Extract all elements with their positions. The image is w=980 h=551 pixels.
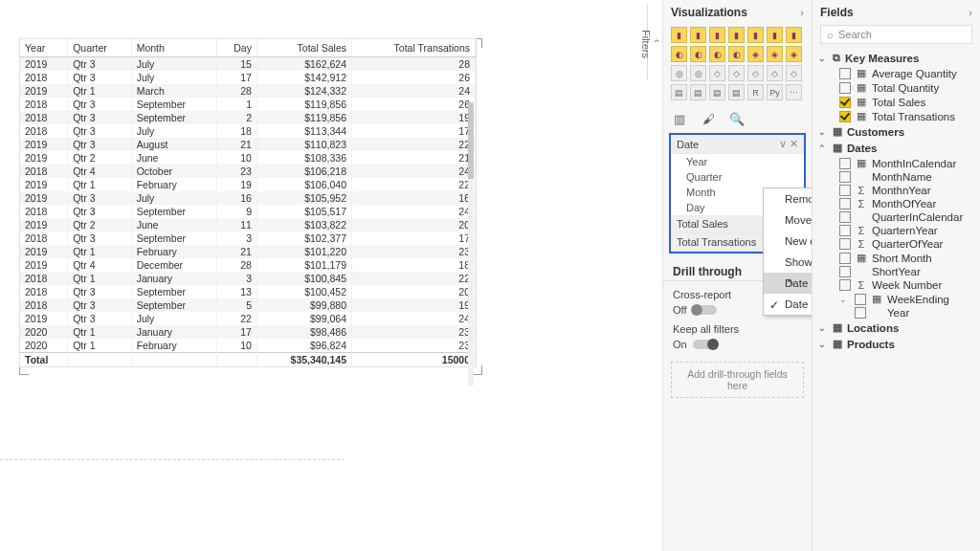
table-row[interactable]: 2018Qtr 3September9$105,51724	[20, 205, 476, 218]
viz-type-button[interactable]: ▮	[690, 27, 706, 43]
column-header[interactable]: Month	[131, 39, 216, 57]
checkbox[interactable]	[855, 307, 866, 319]
viz-type-button[interactable]: ◇	[709, 65, 725, 81]
table-dates[interactable]: ⌃▦Dates	[818, 140, 974, 156]
field-dropdown-icon[interactable]: ∨ ✕	[779, 138, 798, 150]
menu-date[interactable]: Date↖	[764, 273, 812, 294]
field-item[interactable]: ▦Total Quantity	[818, 80, 974, 95]
checkbox[interactable]	[839, 111, 851, 122]
scrollbar-thumb[interactable]	[468, 102, 474, 179]
field-item[interactable]: ▦Total Transations	[818, 109, 974, 123]
menu-remove-field[interactable]: Remove field	[764, 188, 812, 209]
table-products[interactable]: ⌄▦Products	[818, 336, 974, 352]
checkbox[interactable]	[839, 158, 851, 169]
viz-type-button[interactable]: ⋯	[786, 84, 802, 100]
checkbox[interactable]	[839, 211, 851, 223]
viz-type-button[interactable]: ▮	[728, 27, 745, 43]
field-item[interactable]: ΣMonthOfYear	[818, 197, 974, 210]
viz-type-button[interactable]: ◇	[728, 65, 745, 81]
table-row[interactable]: 2018Qtr 3September1$119,85626	[20, 98, 476, 111]
chevron-right-icon[interactable]: ›	[800, 7, 804, 18]
field-item[interactable]: ΣWeek Number	[818, 278, 974, 292]
table-row[interactable]: 2019Qtr 1February19$106,04022	[20, 178, 476, 191]
menu-date-hierarchy[interactable]: ✓Date Hierarchy	[764, 294, 812, 315]
table-row[interactable]: 2019Qtr 2June10$108,33621	[20, 151, 476, 165]
date-field-well[interactable]: Date ∨ ✕	[671, 135, 804, 154]
viz-type-button[interactable]: ▮	[709, 27, 725, 43]
table-row[interactable]: 2019Qtr 1March28$124,33224	[20, 84, 476, 98]
table-row[interactable]: 2019Qtr 3July15$162,62428	[20, 57, 476, 72]
viz-type-button[interactable]: ▮	[747, 27, 764, 43]
field-item[interactable]: ▦Average Quantity	[818, 66, 974, 80]
viz-type-button[interactable]: ◇	[747, 65, 764, 81]
viz-type-button[interactable]: ◐	[709, 46, 725, 62]
viz-type-button[interactable]: ◐	[690, 46, 706, 62]
field-item[interactable]: ΣMonthnYear	[818, 184, 974, 197]
table-visual[interactable]: YearQuarterMonthDayTotal SalesTotal Tran…	[19, 38, 477, 367]
field-item[interactable]: ΣQuarternYear	[818, 224, 974, 237]
chevron-right-icon[interactable]: ›	[969, 7, 972, 18]
table-key-measures[interactable]: ⌄⧉Key Measures	[818, 50, 974, 66]
field-item[interactable]: ▦MonthInCalendar	[818, 156, 974, 170]
table-locations[interactable]: ⌄▦Locations	[818, 320, 974, 336]
checkbox[interactable]	[839, 225, 851, 236]
viz-type-button[interactable]: R	[747, 84, 764, 100]
format-mode-icon[interactable]: 🖌	[700, 110, 717, 127]
checkbox[interactable]	[839, 97, 851, 108]
filters-pane-collapsed[interactable]: ‹ Filters	[647, 4, 662, 80]
field-item[interactable]: ▦Total Sales	[818, 95, 974, 109]
table-row[interactable]: 2019Qtr 3July16$105,95216	[20, 191, 476, 205]
column-header[interactable]: Year	[20, 39, 68, 57]
column-header[interactable]: Day	[216, 39, 256, 57]
checkbox[interactable]	[839, 253, 851, 264]
column-header[interactable]: Total Sales	[256, 39, 351, 57]
fields-mode-icon[interactable]: ▥	[671, 110, 688, 127]
hierarchy-year[interactable]: Year	[671, 154, 804, 169]
viz-type-button[interactable]: ▮	[671, 27, 687, 43]
table-row[interactable]: 2020Qtr 1February10$96,82423	[20, 339, 476, 353]
viz-type-button[interactable]: ◐	[728, 46, 745, 62]
checkbox[interactable]	[839, 82, 851, 94]
keep-filters-toggle[interactable]	[693, 340, 718, 349]
checkbox[interactable]	[839, 238, 851, 250]
field-item[interactable]: QuarterInCalendar	[818, 210, 974, 224]
checkbox[interactable]	[839, 68, 851, 79]
column-header[interactable]: Total Transations	[351, 39, 475, 57]
checkbox[interactable]	[839, 198, 851, 209]
viz-type-button[interactable]: ◈	[786, 46, 802, 62]
checkbox[interactable]	[839, 279, 851, 291]
cross-report-toggle[interactable]	[692, 305, 717, 315]
checkbox[interactable]	[839, 266, 851, 277]
viz-type-button[interactable]: ◐	[671, 46, 687, 62]
table-row[interactable]: 2018Qtr 3September5$99,88019	[20, 298, 476, 312]
viz-type-button[interactable]: ▤	[671, 84, 687, 100]
viz-type-button[interactable]: ◎	[690, 65, 706, 81]
table-row[interactable]: 2019Qtr 3August21$110,82322	[20, 138, 476, 151]
table-row[interactable]: 2018Qtr 3July17$142,91226	[20, 71, 476, 84]
viz-type-button[interactable]: ▮	[786, 27, 802, 43]
table-customers[interactable]: ⌄▦Customers	[818, 123, 974, 140]
table-row[interactable]: 2019Qtr 3July22$99,06424	[20, 312, 476, 325]
field-item[interactable]: Year	[818, 306, 974, 320]
table-row[interactable]: 2019Qtr 2June11$103,82220	[20, 218, 476, 231]
table-row[interactable]: 2018Qtr 3July18$113,34417	[20, 124, 476, 138]
report-canvas[interactable]: ‹ Filters ⧩ ⧉ ⋯ YearQuarterMonthDayTotal…	[0, 0, 662, 551]
checkbox[interactable]	[839, 185, 851, 196]
checkbox[interactable]	[855, 294, 866, 305]
table-row[interactable]: 2019Qtr 4December28$101,17918	[20, 258, 476, 272]
table-row[interactable]: 2020Qtr 1January17$98,48623	[20, 325, 476, 339]
field-item[interactable]: ▦Short Month	[818, 251, 974, 265]
field-item[interactable]: ΣQuarterOfYear	[818, 237, 974, 251]
menu-show-items-no-data[interactable]: Show items with no data	[764, 252, 812, 273]
viz-type-button[interactable]: ◈	[747, 46, 764, 62]
viz-type-button[interactable]: ▤	[728, 84, 745, 100]
viz-type-button[interactable]: ▤	[709, 84, 725, 100]
viz-type-button[interactable]: ◎	[671, 65, 687, 81]
viz-type-button[interactable]: ▮	[767, 27, 783, 43]
analytics-mode-icon[interactable]: 🔍	[728, 110, 746, 127]
viz-type-button[interactable]: ▤	[690, 84, 706, 100]
column-header[interactable]: Quarter	[68, 39, 131, 57]
table-row[interactable]: 2018Qtr 4October23$106,21824	[20, 165, 476, 178]
viz-type-button[interactable]: ◇	[786, 65, 802, 81]
viz-type-button[interactable]: ◈	[767, 46, 783, 62]
